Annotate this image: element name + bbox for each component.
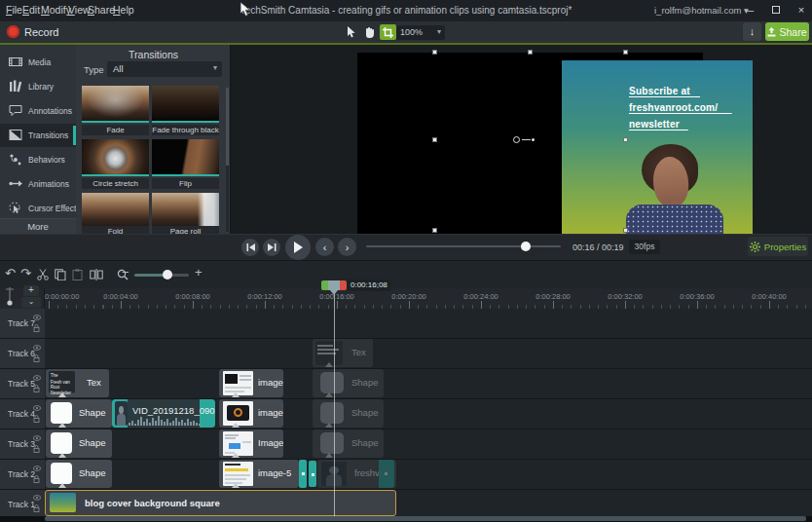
panel-scrollbar[interactable] <box>226 88 229 232</box>
lock-icon[interactable] <box>33 324 40 332</box>
transition-type-dropdown[interactable]: All ▾ <box>107 61 222 77</box>
crop-tool-button[interactable] <box>380 24 396 40</box>
properties-button[interactable]: Properties <box>748 237 808 256</box>
sidebar-more-button[interactable]: More <box>0 218 76 234</box>
clip-shape[interactable]: Shape <box>46 399 112 428</box>
zoom-out-button[interactable]: − <box>122 265 129 280</box>
undo-button[interactable]: ↶ <box>5 266 16 280</box>
trim-handle-right[interactable] <box>379 460 394 488</box>
close-button[interactable]: × <box>793 3 810 18</box>
lock-icon[interactable] <box>33 354 40 362</box>
clip-text[interactable]: The Fresh van Root Newsletter Tex <box>46 369 109 397</box>
selection-handle[interactable] <box>623 137 628 142</box>
lock-icon[interactable] <box>33 475 40 483</box>
clip-freshvan-ghost[interactable]: freshvan <box>317 460 396 488</box>
selection-handle[interactable] <box>432 137 437 142</box>
playhead-in-handle[interactable] <box>321 280 328 290</box>
split-button[interactable] <box>90 269 103 280</box>
eye-icon[interactable] <box>33 405 41 411</box>
eye-icon[interactable] <box>33 345 41 351</box>
track-header-4[interactable]: Track 4 <box>0 399 45 429</box>
select-tool-button[interactable] <box>343 24 359 40</box>
clip-image-3[interactable]: Image-3 <box>219 429 283 458</box>
next-button[interactable]: › <box>338 238 356 256</box>
step-backward-button[interactable] <box>241 239 259 256</box>
lock-icon[interactable] <box>33 385 40 392</box>
record-icon[interactable] <box>7 25 19 38</box>
lock-icon[interactable] <box>33 415 40 423</box>
selection-handle[interactable] <box>432 50 437 55</box>
clip-blog-cover-selected[interactable]: blog cover background square <box>45 490 396 516</box>
lock-icon[interactable] <box>33 504 40 512</box>
rotation-handle-dot[interactable] <box>532 138 535 141</box>
eye-icon[interactable] <box>33 315 41 320</box>
selection-handle[interactable] <box>432 228 437 233</box>
clip-image-7[interactable]: image-7 <box>219 399 283 428</box>
rotation-handle[interactable] <box>513 136 520 143</box>
track-header-1[interactable]: Track 1 <box>0 490 45 516</box>
preview-video[interactable]: Subscribe at freshvanroot.com/ newslette… <box>562 60 753 234</box>
transition-thumb-fade[interactable] <box>82 86 149 123</box>
clip-image-5[interactable]: image-5 <box>219 460 299 488</box>
sidebar-item-library[interactable]: Library <box>0 75 76 98</box>
track-header-3[interactable]: Track 3 <box>0 429 45 459</box>
playhead-line[interactable] <box>334 289 335 516</box>
add-track-button[interactable]: + <box>23 285 39 296</box>
sidebar-item-behaviors[interactable]: Behaviors <box>0 148 76 171</box>
account-menu[interactable]: i_rolfm@hotmail.com ▾ <box>654 5 749 16</box>
cut-button[interactable] <box>37 269 49 280</box>
selection-handle[interactable] <box>528 50 533 55</box>
eye-icon[interactable] <box>33 495 41 501</box>
clip-shape[interactable]: Shape <box>46 429 112 458</box>
timeline-scrollbar[interactable] <box>45 516 806 521</box>
track-header-5[interactable]: Track 5 <box>0 369 45 398</box>
sidebar-item-cursor-effects[interactable]: Cursor Effects <box>0 197 76 220</box>
menu-share[interactable]: Share <box>88 0 115 16</box>
previous-button[interactable]: ‹ <box>315 238 334 256</box>
timeline-zoom-knob[interactable] <box>163 270 172 280</box>
menu-edit[interactable]: Edit <box>22 0 40 16</box>
sidebar-item-media[interactable]: Media <box>0 51 76 74</box>
track-height-slider[interactable] <box>5 286 15 308</box>
step-forward-button[interactable] <box>263 239 280 256</box>
transition-thumb-circle-stretch[interactable] <box>82 139 149 176</box>
zoom-in-button[interactable]: + <box>195 265 203 280</box>
track-header-6[interactable]: Track 6 <box>0 339 45 368</box>
record-button[interactable]: Record <box>24 26 58 38</box>
timeline-zoom-slider[interactable] <box>134 274 189 277</box>
clip-shape[interactable]: Shape <box>46 460 112 488</box>
play-button[interactable] <box>285 235 311 260</box>
minimize-button[interactable]: – <box>742 3 759 18</box>
playhead-out-handle[interactable] <box>340 280 347 290</box>
playhead-head[interactable] <box>328 280 340 290</box>
menu-help[interactable]: Help <box>113 0 134 16</box>
transition-marker[interactable] <box>299 460 307 488</box>
selection-handle[interactable] <box>623 228 628 233</box>
fps-display[interactable]: 30fps <box>629 240 660 254</box>
sidebar-item-annotations[interactable]: Annotations <box>0 99 76 123</box>
paste-button[interactable] <box>72 269 83 280</box>
clip-image-6[interactable]: image-6 <box>219 369 283 397</box>
eye-icon[interactable] <box>33 375 41 381</box>
transition-marker[interactable] <box>309 461 316 487</box>
eye-icon[interactable] <box>33 466 41 471</box>
transition-thumb-fold[interactable] <box>82 193 149 230</box>
track-header-7[interactable]: Track 7 <box>0 309 45 338</box>
collapse-tracks-button[interactable]: ⌄ <box>21 297 41 308</box>
pan-tool-button[interactable] <box>361 24 378 40</box>
copy-button[interactable] <box>55 269 66 280</box>
transition-thumb-flip[interactable] <box>152 139 219 176</box>
menu-file[interactable]: File <box>6 0 22 16</box>
track-header-2[interactable]: Track 2 <box>0 460 45 489</box>
clip-shape-ghost[interactable]: Shape <box>313 399 384 428</box>
canvas-zoom-dropdown[interactable]: 100% ▾ <box>396 25 445 40</box>
eye-icon[interactable] <box>33 435 41 441</box>
clip-shape-ghost[interactable]: Shape <box>313 369 384 397</box>
menu-modify[interactable]: Modify <box>41 0 71 16</box>
maximize-button[interactable] <box>767 3 785 18</box>
sidebar-item-animations[interactable]: Animations <box>0 172 76 196</box>
scrubber-track[interactable] <box>366 245 561 247</box>
clip-video[interactable]: VID_20191218_09020 <box>112 399 215 428</box>
sidebar-item-transitions[interactable]: Transitions <box>0 124 76 147</box>
clip-text-ghost[interactable]: Tex <box>313 339 373 367</box>
